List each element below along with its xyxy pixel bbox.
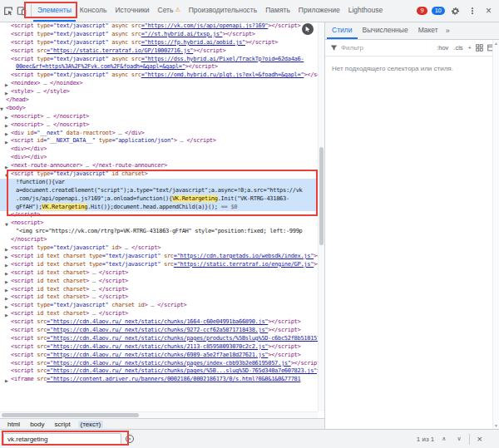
tree-row[interactable]: <script src="https://cdn.4laov.ru/_next/… [0, 367, 318, 376]
tree-row[interactable]: ▶<noscript> … </noscript> [0, 113, 318, 121]
tree-row[interactable]: <script src="https://cdn.4laov.ru/_next/… [0, 360, 318, 368]
tree-row[interactable]: ▶<div id="__next" data-reactroot> … </di… [0, 130, 318, 138]
expand-arrow-icon[interactable]: ▶ [5, 246, 8, 253]
tree-row[interactable]: <div></div> [0, 154, 318, 162]
tree-row[interactable]: ▶<script type="text/javascript" charset … [0, 302, 318, 310]
tab-network[interactable]: Сеть⚠ [154, 0, 185, 22]
tree-row[interactable]: <script src="https://cdn.4laov.ru/_next/… [0, 327, 318, 335]
expand-arrow-icon[interactable]: ▶ [5, 139, 8, 145]
device-toolbar-icon[interactable] [15, 5, 27, 17]
tree-row[interactable]: ▶<script id text charset> … </script> [0, 293, 318, 302]
tree-row[interactable]: "<img src="https://vk.com/rtrg?p=VK-RTRG… [0, 228, 318, 236]
expand-arrow-icon[interactable]: ▶ [5, 303, 8, 310]
tree-row[interactable]: ▶<script type="text/javascript" id> … </… [0, 244, 318, 253]
tree-row[interactable]: ▶<script id text charset> … </script> [0, 286, 318, 294]
expand-arrow-icon[interactable]: ▶ [5, 254, 8, 260]
horizontal-scrollbar-thumb[interactable] [2, 413, 139, 417]
collapse-arrow-icon[interactable]: ▼ [5, 221, 8, 228]
styles-filter-input[interactable] [341, 44, 433, 52]
tab-memory[interactable]: Память [261, 0, 294, 22]
tab-application[interactable]: Приложение [294, 0, 344, 22]
tree-row[interactable]: gFfAH");VK.Retargeting.Hit()};document.h… [0, 204, 318, 212]
styles-toggle-1[interactable]: .cls [452, 44, 463, 52]
tree-row[interactable]: <script type="text/javascript" async src… [0, 31, 318, 39]
vertical-scrollbar-thumb[interactable] [319, 147, 324, 245]
tree-row[interactable]: <script src="https://static.terratraf.io… [0, 47, 318, 56]
tree-row[interactable]: ▶<noindex> … </noindex> [0, 80, 318, 88]
collapse-arrow-icon[interactable]: ▼ [5, 172, 8, 179]
tree-row[interactable]: ▶<script id text charset type="text/java… [0, 261, 318, 269]
tree-row[interactable]: <script src="https://cdn.4laov.ru/_next/… [0, 352, 318, 360]
more-options-kebab-icon[interactable] [466, 5, 478, 17]
tree-row[interactable]: ▶<script id text charset> … </script> [0, 310, 318, 318]
tree-row[interactable]: 00eec&rf=https%3A%2F%2Fvk.com%2F&foadh=&… [0, 63, 318, 71]
tree-row[interactable]: ▶<script id text charset> … </script> [0, 278, 318, 286]
styles-panel-scrollbar[interactable]: ▲ ▼ [492, 40, 499, 429]
tree-row[interactable]: <script src="https://cdn.4laov.ru/_next/… [0, 318, 318, 327]
tree-row[interactable]: a=document.createElement("script");a.typ… [0, 187, 318, 195]
tree-row[interactable]: ▼<script type="text/javascript" id chars… [0, 170, 318, 179]
expand-arrow-icon[interactable]: ▶ [5, 130, 8, 137]
dom-tree-horizontal-scrollbar[interactable] [0, 411, 318, 418]
previous-match-icon[interactable]: ∧ [438, 436, 449, 442]
next-match-icon[interactable]: ∨ [453, 436, 464, 442]
tree-row[interactable]: <script type="text/javascript" async src… [0, 71, 318, 80]
tree-row[interactable]: ▶<script id text charset type="text/java… [0, 253, 318, 261]
tree-row[interactable]: <div></div> [0, 145, 318, 154]
clear-search-icon[interactable]: × [126, 435, 134, 443]
collapse-arrow-icon[interactable]: ▼ [0, 106, 3, 112]
more-tabs-icon[interactable]: » [443, 22, 452, 39]
tree-row[interactable]: .com/js/api/openapi.js?169";a.onload=fun… [0, 195, 318, 204]
tree-row[interactable]: ▼<body> [0, 105, 318, 113]
expand-arrow-icon[interactable]: ▶ [5, 312, 8, 318]
close-search-icon[interactable]: × [474, 435, 486, 444]
crumb-0[interactable]: html [5, 421, 22, 428]
expand-arrow-icon[interactable]: ▶ [5, 270, 8, 277]
grid-icon[interactable] [475, 43, 484, 52]
tree-row[interactable]: <script type="text/javascript" async src… [0, 39, 318, 47]
tree-row[interactable]: ▶<next-route-announcer> … </next-route-a… [0, 162, 318, 170]
crumb-2[interactable]: script [52, 421, 72, 428]
tree-row[interactable]: </script> [0, 211, 318, 219]
expand-arrow-icon[interactable]: ▶ [5, 114, 8, 121]
styles-tab-styles[interactable]: Стили [327, 22, 358, 39]
error-count-badge[interactable]: 9 [417, 7, 427, 15]
expand-arrow-icon[interactable]: ▶ [5, 164, 8, 170]
expand-arrow-icon[interactable]: ▶ [5, 287, 8, 293]
expand-arrow-icon[interactable]: ▶ [5, 122, 8, 129]
expand-arrow-icon[interactable]: ▶ [5, 262, 8, 268]
tree-row[interactable]: !function(){var [0, 179, 318, 187]
styles-toggle-2[interactable]: + [467, 44, 472, 52]
tree-row[interactable]: ▼<noscript> [0, 219, 318, 228]
tree-row[interactable]: <script src="https://cdn.4laov.ru/_next/… [0, 343, 318, 352]
tree-row[interactable]: <script type="text/javascript" async src… [0, 56, 318, 64]
expand-arrow-icon[interactable]: ▶ [5, 81, 8, 88]
crumb-1[interactable]: body [27, 421, 47, 428]
search-input[interactable] [3, 433, 121, 446]
tab-performance[interactable]: Производительность [185, 0, 262, 22]
styles-tab-layout[interactable]: Макет [413, 22, 443, 39]
tree-row[interactable]: </noscript> [0, 236, 318, 244]
styles-toggle-0[interactable]: :hov [436, 44, 449, 52]
settings-gear-icon[interactable] [449, 5, 462, 17]
dom-tree-vertical-scrollbar[interactable] [318, 22, 324, 411]
tree-row[interactable]: ▶<script id text charset> … </script> [0, 269, 318, 278]
tab-elements[interactable]: Элементы [33, 0, 76, 22]
tree-row[interactable]: ▶<script id="__NEXT_DATA__" type="applic… [0, 137, 318, 145]
expand-arrow-icon[interactable]: ▶ [5, 295, 8, 302]
close-devtools-icon[interactable]: × [482, 5, 495, 17]
styles-tab-computed[interactable]: Вычисленные [358, 22, 413, 39]
tree-row[interactable]: ▶<noscript> … </noscript> [0, 121, 318, 130]
tree-row[interactable]: </head> [0, 96, 318, 105]
crumb-3[interactable]: (текст) [78, 421, 104, 428]
tree-row[interactable]: <script src="https://cdn.4laov.ru/_next/… [0, 335, 318, 343]
tab-sources[interactable]: Источники [111, 0, 153, 22]
scroll-down-arrow-icon[interactable]: ▼ [494, 423, 498, 428]
tree-row[interactable]: ▶<iframe src="https://content.adriver.ru… [0, 376, 318, 384]
tab-console[interactable]: Консоль [76, 0, 111, 22]
expand-arrow-icon[interactable]: ▶ [5, 278, 8, 285]
tree-row[interactable]: ▶<style> … </style> [0, 88, 318, 96]
expand-arrow-icon[interactable]: ▶ [5, 90, 8, 96]
issues-count-badge[interactable]: 10 [432, 7, 445, 15]
scroll-up-arrow-icon[interactable]: ▲ [494, 41, 498, 46]
